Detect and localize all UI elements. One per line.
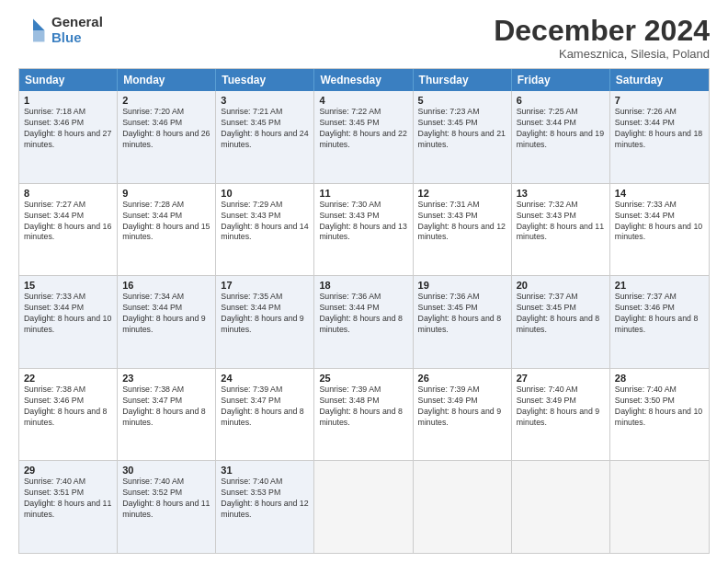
day-number: 16 <box>122 280 210 291</box>
calendar-cell: 25Sunrise: 7:39 AM Sunset: 3:48 PM Dayli… <box>314 369 413 461</box>
calendar-cell <box>414 461 512 553</box>
calendar-cell: 21Sunrise: 7:37 AM Sunset: 3:46 PM Dayli… <box>610 276 709 368</box>
cell-info: Sunrise: 7:38 AM Sunset: 3:47 PM Dayligh… <box>122 385 210 429</box>
logo-icon <box>18 16 48 45</box>
day-number: 25 <box>319 373 407 384</box>
cell-info: Sunrise: 7:32 AM Sunset: 3:43 PM Dayligh… <box>517 200 605 244</box>
logo-general: General <box>51 15 103 30</box>
calendar-cell: 16Sunrise: 7:34 AM Sunset: 3:44 PM Dayli… <box>118 276 216 368</box>
calendar-cell: 13Sunrise: 7:32 AM Sunset: 3:43 PM Dayli… <box>512 184 610 276</box>
cell-info: Sunrise: 7:33 AM Sunset: 3:44 PM Dayligh… <box>24 292 112 336</box>
cell-info: Sunrise: 7:37 AM Sunset: 3:45 PM Dayligh… <box>517 292 605 336</box>
day-number: 12 <box>418 188 506 199</box>
svg-marker-1 <box>33 30 44 41</box>
cell-info: Sunrise: 7:37 AM Sunset: 3:46 PM Dayligh… <box>615 292 704 336</box>
cell-info: Sunrise: 7:40 AM Sunset: 3:52 PM Dayligh… <box>122 477 210 521</box>
day-number: 1 <box>24 95 112 106</box>
cell-info: Sunrise: 7:38 AM Sunset: 3:46 PM Dayligh… <box>24 385 112 429</box>
day-number: 21 <box>615 280 704 291</box>
day-number: 14 <box>615 188 704 199</box>
cell-info: Sunrise: 7:40 AM Sunset: 3:53 PM Dayligh… <box>221 477 309 521</box>
day-number: 23 <box>122 373 210 384</box>
calendar-row: 15Sunrise: 7:33 AM Sunset: 3:44 PM Dayli… <box>19 276 709 369</box>
cell-info: Sunrise: 7:36 AM Sunset: 3:44 PM Dayligh… <box>319 292 407 336</box>
header: General Blue December 2024 Kamesznica, S… <box>18 15 710 61</box>
day-number: 2 <box>122 95 210 106</box>
calendar-cell: 26Sunrise: 7:39 AM Sunset: 3:49 PM Dayli… <box>414 369 512 461</box>
cell-info: Sunrise: 7:27 AM Sunset: 3:44 PM Dayligh… <box>24 200 112 244</box>
calendar-cell <box>314 461 413 553</box>
calendar-cell: 11Sunrise: 7:30 AM Sunset: 3:43 PM Dayli… <box>314 184 413 276</box>
day-number: 8 <box>24 188 112 199</box>
calendar-cell: 28Sunrise: 7:40 AM Sunset: 3:50 PM Dayli… <box>610 369 709 461</box>
day-number: 27 <box>517 373 605 384</box>
day-number: 9 <box>122 188 210 199</box>
calendar-cell: 1Sunrise: 7:18 AM Sunset: 3:46 PM Daylig… <box>19 91 118 183</box>
cell-info: Sunrise: 7:20 AM Sunset: 3:46 PM Dayligh… <box>122 107 210 151</box>
calendar-cell: 24Sunrise: 7:39 AM Sunset: 3:47 PM Dayli… <box>216 369 314 461</box>
day-number: 19 <box>418 280 506 291</box>
header-day: Friday <box>512 69 610 91</box>
day-number: 13 <box>517 188 605 199</box>
logo-text: General Blue <box>51 15 103 45</box>
calendar-cell: 2Sunrise: 7:20 AM Sunset: 3:46 PM Daylig… <box>118 91 216 183</box>
calendar-cell: 15Sunrise: 7:33 AM Sunset: 3:44 PM Dayli… <box>19 276 118 368</box>
cell-info: Sunrise: 7:39 AM Sunset: 3:49 PM Dayligh… <box>418 385 506 429</box>
title-area: December 2024 Kamesznica, Silesia, Polan… <box>494 15 710 61</box>
cell-info: Sunrise: 7:26 AM Sunset: 3:44 PM Dayligh… <box>615 107 704 151</box>
header-day: Sunday <box>19 69 118 91</box>
location: Kamesznica, Silesia, Poland <box>494 47 710 61</box>
cell-info: Sunrise: 7:39 AM Sunset: 3:47 PM Dayligh… <box>221 385 309 429</box>
header-day: Thursday <box>414 69 512 91</box>
header-day: Wednesday <box>314 69 413 91</box>
calendar-cell: 31Sunrise: 7:40 AM Sunset: 3:53 PM Dayli… <box>216 461 314 553</box>
calendar-cell: 29Sunrise: 7:40 AM Sunset: 3:51 PM Dayli… <box>19 461 118 553</box>
calendar-cell: 12Sunrise: 7:31 AM Sunset: 3:43 PM Dayli… <box>414 184 512 276</box>
calendar-row: 29Sunrise: 7:40 AM Sunset: 3:51 PM Dayli… <box>19 461 709 553</box>
day-number: 30 <box>122 465 210 476</box>
day-number: 31 <box>221 465 309 476</box>
day-number: 3 <box>221 95 309 106</box>
calendar-cell: 18Sunrise: 7:36 AM Sunset: 3:44 PM Dayli… <box>314 276 413 368</box>
calendar-cell: 8Sunrise: 7:27 AM Sunset: 3:44 PM Daylig… <box>19 184 118 276</box>
header-day: Tuesday <box>216 69 314 91</box>
day-number: 6 <box>517 95 605 106</box>
day-number: 10 <box>221 188 309 199</box>
cell-info: Sunrise: 7:22 AM Sunset: 3:45 PM Dayligh… <box>319 107 407 151</box>
calendar-cell: 9Sunrise: 7:28 AM Sunset: 3:44 PM Daylig… <box>118 184 216 276</box>
day-number: 15 <box>24 280 112 291</box>
cell-info: Sunrise: 7:31 AM Sunset: 3:43 PM Dayligh… <box>418 200 506 244</box>
cell-info: Sunrise: 7:30 AM Sunset: 3:43 PM Dayligh… <box>319 200 407 244</box>
cell-info: Sunrise: 7:28 AM Sunset: 3:44 PM Dayligh… <box>122 200 210 244</box>
cell-info: Sunrise: 7:36 AM Sunset: 3:45 PM Dayligh… <box>418 292 506 336</box>
day-number: 28 <box>615 373 704 384</box>
calendar-cell: 30Sunrise: 7:40 AM Sunset: 3:52 PM Dayli… <box>118 461 216 553</box>
day-number: 5 <box>418 95 506 106</box>
cell-info: Sunrise: 7:23 AM Sunset: 3:45 PM Dayligh… <box>418 107 506 151</box>
cell-info: Sunrise: 7:21 AM Sunset: 3:45 PM Dayligh… <box>221 107 309 151</box>
cell-info: Sunrise: 7:40 AM Sunset: 3:51 PM Dayligh… <box>24 477 112 521</box>
calendar-cell: 6Sunrise: 7:25 AM Sunset: 3:44 PM Daylig… <box>512 91 610 183</box>
day-number: 24 <box>221 373 309 384</box>
day-number: 7 <box>615 95 704 106</box>
logo-blue: Blue <box>51 30 103 46</box>
calendar-cell: 5Sunrise: 7:23 AM Sunset: 3:45 PM Daylig… <box>414 91 512 183</box>
cell-info: Sunrise: 7:34 AM Sunset: 3:44 PM Dayligh… <box>122 292 210 336</box>
cell-info: Sunrise: 7:40 AM Sunset: 3:50 PM Dayligh… <box>615 385 704 429</box>
day-number: 22 <box>24 373 112 384</box>
header-day: Monday <box>118 69 216 91</box>
cell-info: Sunrise: 7:33 AM Sunset: 3:44 PM Dayligh… <box>615 200 704 244</box>
calendar-cell: 22Sunrise: 7:38 AM Sunset: 3:46 PM Dayli… <box>19 369 118 461</box>
calendar-row: 8Sunrise: 7:27 AM Sunset: 3:44 PM Daylig… <box>19 184 709 277</box>
day-number: 20 <box>517 280 605 291</box>
calendar-header: SundayMondayTuesdayWednesdayThursdayFrid… <box>19 69 709 91</box>
calendar-row: 22Sunrise: 7:38 AM Sunset: 3:46 PM Dayli… <box>19 369 709 462</box>
calendar-cell <box>610 461 709 553</box>
calendar-row: 1Sunrise: 7:18 AM Sunset: 3:46 PM Daylig… <box>19 91 709 184</box>
day-number: 18 <box>319 280 407 291</box>
cell-info: Sunrise: 7:40 AM Sunset: 3:49 PM Dayligh… <box>517 385 605 429</box>
calendar-cell: 14Sunrise: 7:33 AM Sunset: 3:44 PM Dayli… <box>610 184 709 276</box>
svg-marker-0 <box>33 18 44 29</box>
header-day: Saturday <box>610 69 709 91</box>
calendar-cell: 20Sunrise: 7:37 AM Sunset: 3:45 PM Dayli… <box>512 276 610 368</box>
